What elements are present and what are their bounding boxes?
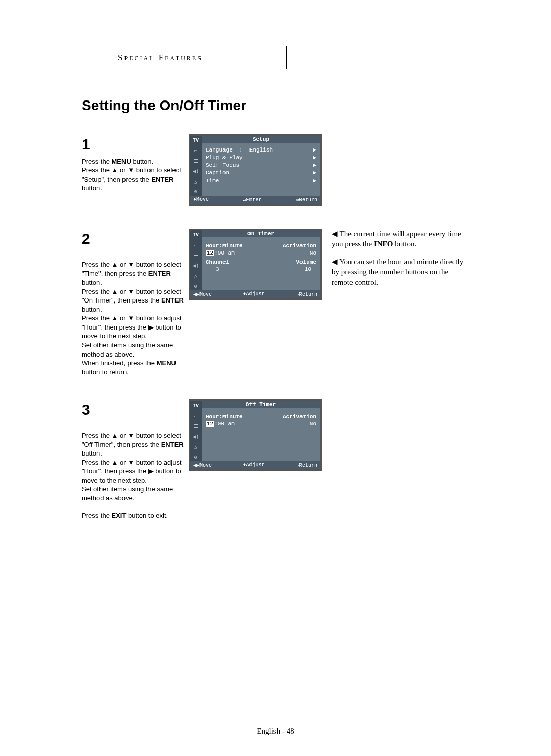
step-3-exit: Press the EXIT button to exit. — [82, 511, 184, 520]
side-notes: ◀ The current time will appear every tim… — [332, 229, 464, 294]
tv-footer: ◀▶Move ♦Adjust ▭Return — [190, 461, 320, 469]
row-hour-activation: Hour:Minute Activation — [206, 413, 316, 420]
tv-footer: ♦Move ↵Enter ▭Return — [190, 196, 320, 204]
tv-icon-label: TV — [192, 232, 200, 239]
menu-item-selffocus: Self Focus ▶ — [206, 161, 316, 169]
menu-item-time: Time ▶ — [206, 177, 316, 184]
footer-move: ◀▶Move — [193, 462, 212, 468]
hour-highlight: 12 — [206, 421, 214, 427]
tv-icon-label: TV — [192, 403, 200, 410]
row-hour-values: 12:00 am No — [206, 420, 316, 427]
screenshot-on-timer: TV ▭ ☰ ◀) △ ⚙ On Timer Hour:Minute Activ… — [189, 229, 322, 300]
settings-icon: ⚙ — [192, 454, 200, 461]
tv-sidebar-icons: TV ▭ ☰ ◀) △ ⚙ — [190, 401, 202, 461]
screenshot-setup: TV ▭ ☰ ◀) △ ⚙ Setup Language : English ▶ — [189, 134, 322, 206]
menu-item-language: Language : English ▶ — [206, 146, 316, 154]
tv-sidebar-icons: TV ▭ ☰ ◀) △ ⚙ — [190, 230, 202, 290]
right-arrow-icon: ▶ — [313, 146, 316, 153]
speaker-icon: ◀) — [192, 263, 200, 270]
display-icon: ▭ — [192, 148, 200, 155]
footer-return: ▭Return — [296, 197, 317, 203]
tv-title: On Timer — [202, 230, 320, 237]
right-arrow-icon: ▶ — [313, 162, 316, 168]
step-2-row: 2 Press the ▲ or ▼ button to select "Tim… — [82, 229, 500, 376]
page-title: Setting the On/Off Timer — [82, 97, 500, 114]
right-arrow-icon: ▶ — [313, 177, 316, 184]
row-channel-volume: Channel Volume — [206, 259, 316, 266]
step-1-number: 1 — [82, 134, 184, 155]
display-icon: ▭ — [192, 242, 200, 249]
footer-adjust: ♦Adjust — [243, 291, 265, 297]
step-3-number: 3 — [82, 399, 184, 420]
step-3-text: 3 Press the ▲ or ▼ button to select "Off… — [82, 399, 184, 520]
settings-icon: ⚙ — [192, 189, 200, 196]
antenna-icon: △ — [192, 273, 200, 280]
hour-highlight: 12 — [206, 250, 214, 256]
tv-footer: ◀▶Move ♦Adjust ▭Return — [190, 290, 320, 298]
speaker-icon: ◀) — [192, 434, 200, 441]
footer-enter: ↵Enter — [243, 197, 261, 203]
step-1-text: 1 Press the MENU button. Press the ▲ or … — [82, 134, 184, 193]
right-arrow-icon: ▶ — [313, 154, 316, 161]
row-hour-activation: Hour:Minute Activation — [206, 242, 316, 249]
tv-icon-label: TV — [192, 138, 200, 145]
settings-icon: ⚙ — [192, 283, 200, 290]
tv-title: Setup — [202, 136, 320, 143]
tv-title: Off Timer — [202, 401, 320, 408]
footer-adjust: ♦Adjust — [243, 462, 265, 468]
footer-return: ▭Return — [296, 462, 317, 468]
step-1-row: 1 Press the MENU button. Press the ▲ or … — [82, 134, 500, 206]
row-hour-values: 12:00 am No — [206, 249, 316, 257]
footer-return: ▭Return — [296, 291, 317, 297]
antenna-icon: △ — [192, 179, 200, 186]
display-icon: ▭ — [192, 413, 200, 420]
step-3-row: 3 Press the ▲ or ▼ button to select "Off… — [82, 399, 500, 520]
section-header-box: Special Features — [82, 46, 287, 69]
row-channel-values: 3 10 — [206, 266, 316, 273]
step-2-body: Press the ▲ or ▼ button to select "Time"… — [82, 251, 184, 377]
section-header-text: Special Features — [118, 53, 203, 62]
page-footer: English - 48 — [0, 727, 551, 736]
step-2-number: 2 — [82, 229, 184, 249]
speaker-icon: ◀) — [192, 168, 200, 175]
note-info: ◀ The current time will appear every tim… — [332, 229, 464, 249]
slider-icon: ☰ — [192, 158, 200, 165]
footer-move: ◀▶Move — [193, 291, 212, 297]
step-3-body: Press the ▲ or ▼ button to select "Off T… — [82, 422, 184, 503]
menu-item-plugplay: Plug & Play ▶ — [206, 154, 316, 161]
note-direct-set: ◀ You can set the hour and minute direct… — [332, 257, 464, 288]
footer-move: ♦Move — [193, 197, 209, 203]
menu-item-caption: Caption ▶ — [206, 169, 316, 177]
antenna-icon: △ — [192, 444, 200, 451]
tv-sidebar-icons: TV ▭ ☰ ◀) △ ⚙ — [190, 136, 202, 196]
step-2-text: 2 Press the ▲ or ▼ button to select "Tim… — [82, 229, 184, 376]
step-1-body: Press the MENU button. Press the ▲ or ▼ … — [82, 157, 184, 193]
right-arrow-icon: ▶ — [313, 169, 316, 176]
screenshot-off-timer: TV ▭ ☰ ◀) △ ⚙ Off Timer Hour:Minute Acti… — [189, 399, 322, 471]
slider-icon: ☰ — [192, 423, 200, 431]
slider-icon: ☰ — [192, 253, 200, 260]
